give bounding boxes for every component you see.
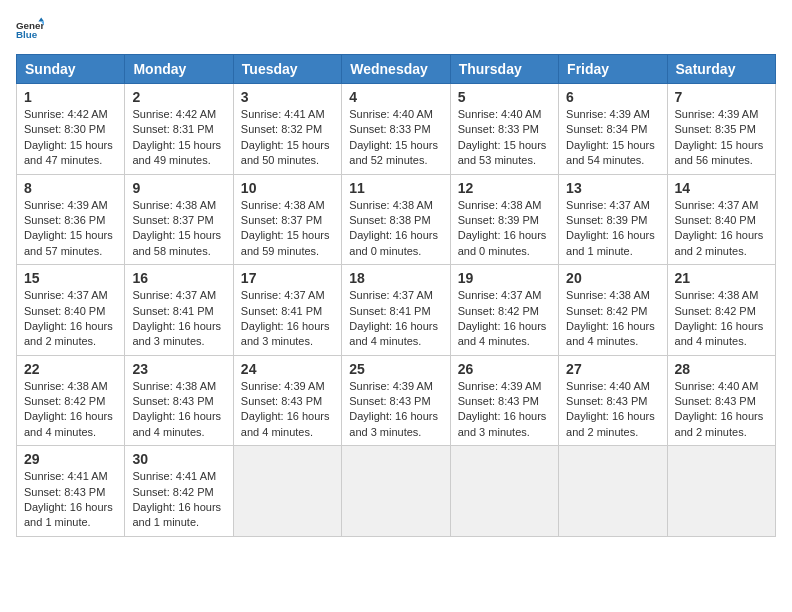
- calendar-cell: 6 Sunrise: 4:39 AM Sunset: 8:34 PM Dayli…: [559, 84, 667, 175]
- calendar-week-3: 15 Sunrise: 4:37 AM Sunset: 8:40 PM Dayl…: [17, 265, 776, 356]
- sunset-label: Sunset: 8:36 PM: [24, 214, 105, 226]
- day-number: 14: [675, 180, 768, 196]
- sunset-label: Sunset: 8:40 PM: [675, 214, 756, 226]
- day-info: Sunrise: 4:37 AM Sunset: 8:40 PM Dayligh…: [675, 198, 768, 260]
- day-number: 5: [458, 89, 551, 105]
- day-info: Sunrise: 4:38 AM Sunset: 8:37 PM Dayligh…: [241, 198, 334, 260]
- sunrise-label: Sunrise: 4:37 AM: [132, 289, 216, 301]
- sunset-label: Sunset: 8:43 PM: [458, 395, 539, 407]
- day-number: 21: [675, 270, 768, 286]
- day-info: Sunrise: 4:37 AM Sunset: 8:41 PM Dayligh…: [349, 288, 442, 350]
- day-number: 30: [132, 451, 225, 467]
- daylight-label: Daylight: 15 hours and 50 minutes.: [241, 139, 330, 166]
- day-number: 27: [566, 361, 659, 377]
- day-number: 16: [132, 270, 225, 286]
- sunset-label: Sunset: 8:43 PM: [675, 395, 756, 407]
- day-number: 8: [24, 180, 117, 196]
- day-info: Sunrise: 4:38 AM Sunset: 8:42 PM Dayligh…: [675, 288, 768, 350]
- sunset-label: Sunset: 8:42 PM: [566, 305, 647, 317]
- day-number: 28: [675, 361, 768, 377]
- calendar-table: SundayMondayTuesdayWednesdayThursdayFrid…: [16, 54, 776, 537]
- sunrise-label: Sunrise: 4:38 AM: [675, 289, 759, 301]
- sunrise-label: Sunrise: 4:38 AM: [566, 289, 650, 301]
- day-info: Sunrise: 4:37 AM Sunset: 8:41 PM Dayligh…: [241, 288, 334, 350]
- sunrise-label: Sunrise: 4:37 AM: [241, 289, 325, 301]
- header: General Blue: [16, 16, 776, 44]
- sunset-label: Sunset: 8:43 PM: [241, 395, 322, 407]
- sunrise-label: Sunrise: 4:40 AM: [675, 380, 759, 392]
- sunrise-label: Sunrise: 4:38 AM: [132, 380, 216, 392]
- day-number: 20: [566, 270, 659, 286]
- daylight-label: Daylight: 16 hours and 4 minutes.: [675, 320, 764, 347]
- sunset-label: Sunset: 8:43 PM: [566, 395, 647, 407]
- calendar-cell: 25 Sunrise: 4:39 AM Sunset: 8:43 PM Dayl…: [342, 355, 450, 446]
- sunset-label: Sunset: 8:42 PM: [458, 305, 539, 317]
- weekday-header-saturday: Saturday: [667, 55, 775, 84]
- day-info: Sunrise: 4:37 AM Sunset: 8:39 PM Dayligh…: [566, 198, 659, 260]
- day-number: 24: [241, 361, 334, 377]
- calendar-cell: 28 Sunrise: 4:40 AM Sunset: 8:43 PM Dayl…: [667, 355, 775, 446]
- sunrise-label: Sunrise: 4:37 AM: [24, 289, 108, 301]
- svg-text:Blue: Blue: [16, 29, 38, 40]
- sunrise-label: Sunrise: 4:40 AM: [458, 108, 542, 120]
- calendar-cell: 4 Sunrise: 4:40 AM Sunset: 8:33 PM Dayli…: [342, 84, 450, 175]
- calendar-cell: [233, 446, 341, 537]
- day-info: Sunrise: 4:38 AM Sunset: 8:43 PM Dayligh…: [132, 379, 225, 441]
- calendar-cell: 14 Sunrise: 4:37 AM Sunset: 8:40 PM Dayl…: [667, 174, 775, 265]
- sunrise-label: Sunrise: 4:38 AM: [132, 199, 216, 211]
- day-info: Sunrise: 4:39 AM Sunset: 8:43 PM Dayligh…: [241, 379, 334, 441]
- day-number: 9: [132, 180, 225, 196]
- daylight-label: Daylight: 16 hours and 1 minute.: [566, 229, 655, 256]
- sunset-label: Sunset: 8:39 PM: [458, 214, 539, 226]
- sunset-label: Sunset: 8:41 PM: [132, 305, 213, 317]
- calendar-cell: 10 Sunrise: 4:38 AM Sunset: 8:37 PM Dayl…: [233, 174, 341, 265]
- calendar-cell: [559, 446, 667, 537]
- daylight-label: Daylight: 15 hours and 59 minutes.: [241, 229, 330, 256]
- calendar-cell: [450, 446, 558, 537]
- day-number: 26: [458, 361, 551, 377]
- sunrise-label: Sunrise: 4:38 AM: [241, 199, 325, 211]
- day-info: Sunrise: 4:39 AM Sunset: 8:36 PM Dayligh…: [24, 198, 117, 260]
- day-number: 2: [132, 89, 225, 105]
- weekday-header-monday: Monday: [125, 55, 233, 84]
- day-number: 17: [241, 270, 334, 286]
- day-info: Sunrise: 4:41 AM Sunset: 8:42 PM Dayligh…: [132, 469, 225, 531]
- sunset-label: Sunset: 8:35 PM: [675, 123, 756, 135]
- calendar-cell: 19 Sunrise: 4:37 AM Sunset: 8:42 PM Dayl…: [450, 265, 558, 356]
- sunset-label: Sunset: 8:33 PM: [458, 123, 539, 135]
- day-info: Sunrise: 4:42 AM Sunset: 8:30 PM Dayligh…: [24, 107, 117, 169]
- sunrise-label: Sunrise: 4:37 AM: [566, 199, 650, 211]
- calendar-cell: 1 Sunrise: 4:42 AM Sunset: 8:30 PM Dayli…: [17, 84, 125, 175]
- calendar-week-4: 22 Sunrise: 4:38 AM Sunset: 8:42 PM Dayl…: [17, 355, 776, 446]
- day-number: 25: [349, 361, 442, 377]
- daylight-label: Daylight: 16 hours and 2 minutes.: [675, 229, 764, 256]
- daylight-label: Daylight: 16 hours and 4 minutes.: [24, 410, 113, 437]
- sunset-label: Sunset: 8:32 PM: [241, 123, 322, 135]
- weekday-header-row: SundayMondayTuesdayWednesdayThursdayFrid…: [17, 55, 776, 84]
- day-info: Sunrise: 4:38 AM Sunset: 8:38 PM Dayligh…: [349, 198, 442, 260]
- sunrise-label: Sunrise: 4:39 AM: [241, 380, 325, 392]
- daylight-label: Daylight: 15 hours and 53 minutes.: [458, 139, 547, 166]
- sunrise-label: Sunrise: 4:37 AM: [349, 289, 433, 301]
- day-info: Sunrise: 4:39 AM Sunset: 8:34 PM Dayligh…: [566, 107, 659, 169]
- calendar-cell: 3 Sunrise: 4:41 AM Sunset: 8:32 PM Dayli…: [233, 84, 341, 175]
- sunrise-label: Sunrise: 4:40 AM: [349, 108, 433, 120]
- calendar-cell: 29 Sunrise: 4:41 AM Sunset: 8:43 PM Dayl…: [17, 446, 125, 537]
- sunrise-label: Sunrise: 4:38 AM: [458, 199, 542, 211]
- sunset-label: Sunset: 8:34 PM: [566, 123, 647, 135]
- day-info: Sunrise: 4:40 AM Sunset: 8:43 PM Dayligh…: [675, 379, 768, 441]
- day-info: Sunrise: 4:39 AM Sunset: 8:43 PM Dayligh…: [349, 379, 442, 441]
- sunset-label: Sunset: 8:43 PM: [24, 486, 105, 498]
- calendar-cell: 18 Sunrise: 4:37 AM Sunset: 8:41 PM Dayl…: [342, 265, 450, 356]
- day-number: 10: [241, 180, 334, 196]
- logo: General Blue: [16, 16, 44, 44]
- sunset-label: Sunset: 8:37 PM: [132, 214, 213, 226]
- calendar-cell: 16 Sunrise: 4:37 AM Sunset: 8:41 PM Dayl…: [125, 265, 233, 356]
- sunset-label: Sunset: 8:43 PM: [132, 395, 213, 407]
- daylight-label: Daylight: 16 hours and 3 minutes.: [349, 410, 438, 437]
- calendar-cell: 2 Sunrise: 4:42 AM Sunset: 8:31 PM Dayli…: [125, 84, 233, 175]
- day-info: Sunrise: 4:38 AM Sunset: 8:42 PM Dayligh…: [566, 288, 659, 350]
- day-info: Sunrise: 4:40 AM Sunset: 8:33 PM Dayligh…: [349, 107, 442, 169]
- daylight-label: Daylight: 15 hours and 56 minutes.: [675, 139, 764, 166]
- daylight-label: Daylight: 16 hours and 2 minutes.: [566, 410, 655, 437]
